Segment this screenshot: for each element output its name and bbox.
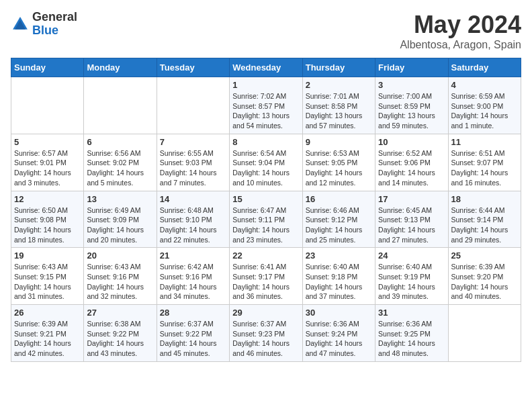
calendar-cell: 8Sunrise: 6:54 AM Sunset: 9:04 PM Daylig… [230,134,302,191]
day-info: Sunrise: 6:38 AM Sunset: 9:22 PM Dayligh… [87,319,153,359]
day-info: Sunrise: 6:44 AM Sunset: 9:14 PM Dayligh… [451,205,518,245]
day-info: Sunrise: 6:47 AM Sunset: 9:11 PM Dayligh… [232,205,299,245]
calendar-cell: 1Sunrise: 7:02 AM Sunset: 8:57 PM Daylig… [230,77,302,134]
day-number: 27 [87,308,153,318]
calendar-cell: 22Sunrise: 6:41 AM Sunset: 9:17 PM Dayli… [230,248,302,305]
day-number: 12 [14,194,81,204]
day-info: Sunrise: 6:49 AM Sunset: 9:09 PM Dayligh… [87,205,153,245]
calendar-cell: 30Sunrise: 6:36 AM Sunset: 9:24 PM Dayli… [302,305,375,362]
day-number: 3 [378,80,445,90]
day-number: 30 [306,308,372,318]
logo-text: General Blue [32,11,77,38]
day-info: Sunrise: 6:36 AM Sunset: 9:25 PM Dayligh… [378,319,445,359]
weekday-header-saturday: Saturday [448,58,521,77]
calendar-cell: 11Sunrise: 6:51 AM Sunset: 9:07 PM Dayli… [448,134,521,191]
calendar-cell: 4Sunrise: 6:59 AM Sunset: 9:00 PM Daylig… [448,77,521,134]
calendar-cell: 6Sunrise: 6:56 AM Sunset: 9:02 PM Daylig… [84,134,157,191]
calendar-cell: 12Sunrise: 6:50 AM Sunset: 9:08 PM Dayli… [11,191,84,248]
day-number: 4 [451,80,518,90]
day-number: 2 [306,80,372,90]
calendar-cell [157,77,229,134]
calendar-cell: 28Sunrise: 6:37 AM Sunset: 9:22 PM Dayli… [157,305,229,362]
day-info: Sunrise: 6:50 AM Sunset: 9:08 PM Dayligh… [14,205,81,245]
calendar-cell: 15Sunrise: 6:47 AM Sunset: 9:11 PM Dayli… [230,191,302,248]
day-info: Sunrise: 7:00 AM Sunset: 8:59 PM Dayligh… [378,91,445,131]
calendar-cell: 16Sunrise: 6:46 AM Sunset: 9:12 PM Dayli… [302,191,375,248]
weekday-header-monday: Monday [84,58,157,77]
day-number: 18 [451,194,518,204]
calendar-cell: 9Sunrise: 6:53 AM Sunset: 9:05 PM Daylig… [302,134,375,191]
day-info: Sunrise: 7:01 AM Sunset: 8:58 PM Dayligh… [306,91,372,131]
calendar-cell: 31Sunrise: 6:36 AM Sunset: 9:25 PM Dayli… [375,305,448,362]
day-number: 5 [14,137,81,147]
day-info: Sunrise: 6:36 AM Sunset: 9:24 PM Dayligh… [306,319,372,359]
calendar-cell: 21Sunrise: 6:42 AM Sunset: 9:16 PM Dayli… [157,248,229,305]
day-number: 7 [160,137,226,147]
calendar-cell [11,77,84,134]
logo-blue-text: Blue [32,24,77,38]
day-number: 31 [378,308,445,318]
day-info: Sunrise: 6:45 AM Sunset: 9:13 PM Dayligh… [378,205,445,245]
day-info: Sunrise: 6:41 AM Sunset: 9:17 PM Dayligh… [232,262,299,302]
day-number: 10 [378,137,445,147]
day-number: 17 [378,194,445,204]
page-header: General Blue May 2024 Albentosa, Aragon,… [11,11,521,51]
day-number: 15 [232,194,299,204]
day-info: Sunrise: 6:59 AM Sunset: 9:00 PM Dayligh… [451,91,518,131]
calendar-table: SundayMondayTuesdayWednesdayThursdayFrid… [11,58,521,362]
day-info: Sunrise: 6:37 AM Sunset: 9:23 PM Dayligh… [232,319,299,359]
logo-icon [11,15,30,34]
day-info: Sunrise: 6:39 AM Sunset: 9:21 PM Dayligh… [14,319,81,359]
day-number: 8 [232,137,299,147]
day-info: Sunrise: 6:52 AM Sunset: 9:06 PM Dayligh… [378,148,445,188]
calendar-cell: 5Sunrise: 6:57 AM Sunset: 9:01 PM Daylig… [11,134,84,191]
calendar-week-2: 5Sunrise: 6:57 AM Sunset: 9:01 PM Daylig… [11,134,521,191]
day-number: 29 [232,308,299,318]
day-info: Sunrise: 6:54 AM Sunset: 9:04 PM Dayligh… [232,148,299,188]
day-number: 13 [87,194,153,204]
calendar-cell: 27Sunrise: 6:38 AM Sunset: 9:22 PM Dayli… [84,305,157,362]
day-number: 25 [451,250,518,261]
day-number: 28 [160,308,226,318]
calendar-cell: 29Sunrise: 6:37 AM Sunset: 9:23 PM Dayli… [230,305,302,362]
month-title: May 2024 [400,11,521,39]
calendar-cell [84,77,157,134]
day-number: 6 [87,137,153,147]
day-number: 21 [160,250,226,261]
calendar-cell: 26Sunrise: 6:39 AM Sunset: 9:21 PM Dayli… [11,305,84,362]
calendar-cell: 13Sunrise: 6:49 AM Sunset: 9:09 PM Dayli… [84,191,157,248]
day-info: Sunrise: 6:53 AM Sunset: 9:05 PM Dayligh… [306,148,372,188]
day-number: 16 [306,194,372,204]
day-info: Sunrise: 6:39 AM Sunset: 9:20 PM Dayligh… [451,262,518,302]
day-number: 23 [306,250,372,261]
title-block: May 2024 Albentosa, Aragon, Spain [400,11,521,51]
day-info: Sunrise: 6:43 AM Sunset: 9:16 PM Dayligh… [87,262,153,302]
day-number: 1 [232,80,299,90]
logo: General Blue [11,11,77,38]
calendar-cell: 3Sunrise: 7:00 AM Sunset: 8:59 PM Daylig… [375,77,448,134]
calendar-cell: 10Sunrise: 6:52 AM Sunset: 9:06 PM Dayli… [375,134,448,191]
calendar-cell: 17Sunrise: 6:45 AM Sunset: 9:13 PM Dayli… [375,191,448,248]
calendar-week-1: 1Sunrise: 7:02 AM Sunset: 8:57 PM Daylig… [11,77,521,134]
weekday-header-wednesday: Wednesday [230,58,302,77]
calendar-header: SundayMondayTuesdayWednesdayThursdayFrid… [11,58,521,77]
day-info: Sunrise: 6:56 AM Sunset: 9:02 PM Dayligh… [87,148,153,188]
day-info: Sunrise: 6:37 AM Sunset: 9:22 PM Dayligh… [160,319,226,359]
calendar-cell: 19Sunrise: 6:43 AM Sunset: 9:15 PM Dayli… [11,248,84,305]
logo-general-text: General [32,11,77,24]
calendar-cell: 23Sunrise: 6:40 AM Sunset: 9:18 PM Dayli… [302,248,375,305]
day-number: 26 [14,308,81,318]
calendar-cell: 14Sunrise: 6:48 AM Sunset: 9:10 PM Dayli… [157,191,229,248]
day-info: Sunrise: 6:42 AM Sunset: 9:16 PM Dayligh… [160,262,226,302]
calendar-cell: 7Sunrise: 6:55 AM Sunset: 9:03 PM Daylig… [157,134,229,191]
day-info: Sunrise: 6:48 AM Sunset: 9:10 PM Dayligh… [160,205,226,245]
weekday-header-sunday: Sunday [11,58,84,77]
day-info: Sunrise: 7:02 AM Sunset: 8:57 PM Dayligh… [232,91,299,131]
day-number: 19 [14,250,81,261]
calendar-week-5: 26Sunrise: 6:39 AM Sunset: 9:21 PM Dayli… [11,305,521,362]
day-number: 20 [87,250,153,261]
weekday-header-row: SundayMondayTuesdayWednesdayThursdayFrid… [11,58,521,77]
day-number: 22 [232,250,299,261]
weekday-header-thursday: Thursday [302,58,375,77]
weekday-header-friday: Friday [375,58,448,77]
